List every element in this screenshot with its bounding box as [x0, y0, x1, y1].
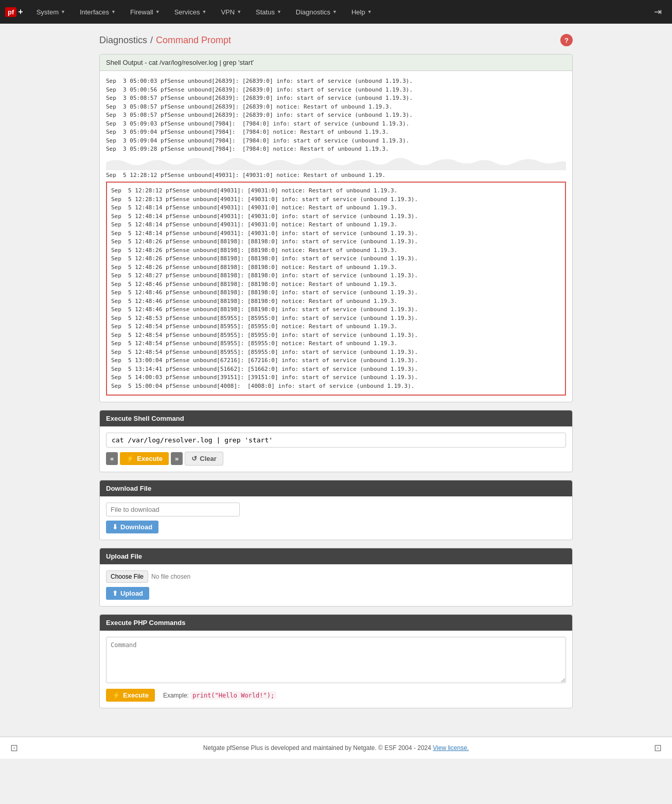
php-commands-header: Execute PHP Commands: [100, 615, 572, 631]
php-example-code: print("Hello World!");: [190, 691, 276, 700]
nav-help[interactable]: Help ▼: [345, 0, 378, 24]
logo-plus: +: [18, 7, 23, 16]
navbar-right: ⇥: [649, 6, 667, 17]
nav-status[interactable]: Status ▼: [250, 0, 288, 24]
prev-command-button[interactable]: «: [106, 452, 118, 465]
clear-button[interactable]: ↺ Clear: [185, 452, 223, 466]
chevron-down-icon: ▼: [237, 9, 241, 14]
download-file-panel: Download File ⬇ Download: [99, 480, 573, 540]
php-btn-row: ⚡ Execute Example: print("Hello World!")…: [106, 689, 566, 702]
execute-button[interactable]: ⚡ Execute: [120, 452, 169, 465]
chevron-down-icon: ▼: [202, 9, 206, 14]
shell-command-input[interactable]: [106, 433, 566, 448]
upload-file-panel: Upload File Choose File No file chosen ⬆…: [99, 548, 573, 606]
nav-services[interactable]: Services ▼: [168, 0, 213, 24]
php-command-textarea[interactable]: [106, 637, 566, 683]
shell-output-body: Sep 3 05:00:03 pfSense unbound[26839]: […: [100, 71, 572, 402]
navbar: pf + System ▼ Interfaces ▼ Firewall ▼ Se…: [0, 0, 672, 24]
nav-diagnostics[interactable]: Diagnostics ▼: [290, 0, 343, 24]
chevron-down-icon: ▼: [111, 9, 116, 14]
execute-shell-header: Execute Shell Command: [100, 410, 572, 426]
download-icon: ⬇: [112, 523, 118, 531]
php-execute-button[interactable]: ⚡ Execute: [106, 689, 155, 702]
shell-btn-group: « ⚡ Execute » ↺ Clear: [106, 452, 566, 466]
log-line-middle: Sep 5 12:28:12 pfSense unbound[49031]: […: [106, 171, 566, 180]
execute-shell-body: « ⚡ Execute » ↺ Clear: [100, 426, 572, 472]
main-content: Diagnostics / Command Prompt ? Shell Out…: [89, 24, 583, 726]
choose-file-button[interactable]: Choose File: [106, 570, 148, 583]
upload-button[interactable]: ⬆ Upload: [106, 587, 149, 600]
breadcrumb-parent: Diagnostics: [99, 35, 147, 46]
chevron-down-icon: ▼: [367, 9, 372, 14]
nav-system[interactable]: System ▼: [30, 0, 72, 24]
no-file-label: No file chosen: [151, 573, 190, 580]
file-input-row: Choose File No file chosen: [106, 570, 566, 583]
upload-file-header: Upload File: [100, 548, 572, 564]
download-button[interactable]: ⬇ Download: [106, 521, 158, 533]
upload-file-body: Choose File No file chosen ⬆ Upload: [100, 564, 572, 606]
refresh-icon: ↺: [191, 455, 197, 462]
nav-vpn[interactable]: VPN ▼: [215, 0, 247, 24]
download-file-header: Download File: [100, 480, 572, 496]
torn-edge-top: [106, 155, 566, 170]
brand-logo[interactable]: pf +: [5, 7, 23, 17]
chevron-down-icon: ▼: [61, 9, 65, 14]
highlighted-log-lines: Sep 5 12:28:12 pfSense unbound[49031]: […: [111, 187, 561, 390]
upload-icon: ⬆: [112, 589, 118, 597]
chevron-down-icon: ▼: [332, 9, 337, 14]
footer: ⊡ Netgate pfSense Plus is developed and …: [0, 737, 672, 759]
lightning-icon-php: ⚡: [112, 691, 120, 699]
view-license-link[interactable]: View license.: [433, 744, 469, 752]
chevron-down-icon: ▼: [277, 9, 281, 14]
download-file-input[interactable]: [106, 503, 240, 516]
nav-interfaces[interactable]: Interfaces ▼: [74, 0, 122, 24]
help-button[interactable]: ?: [560, 34, 573, 46]
chevron-down-icon: ▼: [155, 9, 160, 14]
log-highlighted-section: Sep 5 12:28:12 pfSense unbound[49031]: […: [106, 182, 566, 396]
logout-icon[interactable]: ⇥: [649, 6, 667, 17]
footer-left-icon[interactable]: ⊡: [10, 742, 18, 754]
logo-pf: pf: [5, 7, 16, 17]
breadcrumb: Diagnostics / Command Prompt ?: [99, 34, 573, 46]
execute-shell-panel: Execute Shell Command « ⚡ Execute » ↺ Cl…: [99, 410, 573, 472]
breadcrumb-separator: /: [150, 35, 153, 46]
footer-text: Netgate pfSense Plus is developed and ma…: [21, 744, 651, 752]
shell-output-panel: Shell Output - cat /var/log/resolver.log…: [99, 54, 573, 402]
shell-output-header: Shell Output - cat /var/log/resolver.log…: [100, 55, 572, 71]
log-lines-top: Sep 3 05:00:03 pfSense unbound[26839]: […: [106, 77, 566, 154]
php-example-label: Example: print("Hello World!");: [163, 692, 276, 699]
footer-right-icon[interactable]: ⊡: [654, 742, 662, 754]
next-command-button[interactable]: »: [171, 452, 183, 465]
download-file-body: ⬇ Download: [100, 496, 572, 540]
lightning-icon: ⚡: [126, 455, 134, 462]
php-commands-body: ⚡ Execute Example: print("Hello World!")…: [100, 631, 572, 708]
nav-firewall[interactable]: Firewall ▼: [124, 0, 166, 24]
breadcrumb-current: Command Prompt: [156, 35, 231, 46]
php-commands-panel: Execute PHP Commands ⚡ Execute Example: …: [99, 614, 573, 708]
